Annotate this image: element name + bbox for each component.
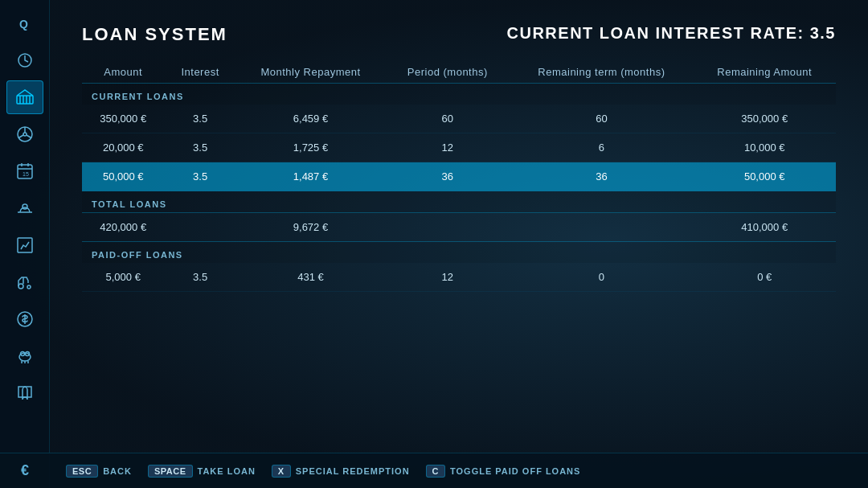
sidebar-item-calendar[interactable]: 15	[6, 154, 43, 188]
table-header-row: Amount Interest Monthly Repayment Period…	[82, 61, 836, 84]
btn-back[interactable]: ESC BACK	[66, 465, 132, 478]
col-remaining-amount: Remaining Amount	[693, 61, 836, 84]
interest-rate: CURRENT LOAN INTEREST RATE: 3.5	[507, 24, 836, 43]
key-x: X	[272, 465, 291, 478]
table-row[interactable]: 50,000 €3.51,487 €363650,000 €	[82, 162, 836, 191]
sidebar-item-bank[interactable]	[6, 80, 43, 114]
svg-text:Q: Q	[19, 18, 28, 31]
label-take-loan: TAKE LOAN	[198, 466, 256, 476]
col-amount: Amount	[82, 61, 164, 84]
euro-badge: €	[0, 453, 50, 488]
col-monthly: Monthly Repayment	[236, 61, 385, 84]
section-header: CURRENT LOANS	[82, 84, 836, 105]
key-esc: ESC	[66, 465, 98, 478]
btn-toggle-paid-off[interactable]: C TOGGLE PAID OFF LOANS	[426, 465, 581, 478]
table-row[interactable]: 5,000 €3.5431 €1200 €	[82, 263, 836, 292]
main-content: LOAN SYSTEM CURRENT LOAN INTEREST RATE: …	[50, 0, 868, 488]
header: LOAN SYSTEM CURRENT LOAN INTEREST RATE: …	[82, 24, 836, 45]
section-header: PAID-OFF LOANS	[82, 242, 836, 264]
svg-text:15: 15	[23, 171, 29, 177]
key-c: C	[426, 465, 445, 478]
sidebar: Q 15	[0, 0, 50, 488]
sidebar-item-dollar[interactable]	[6, 302, 43, 336]
sidebar-item-cow[interactable]	[6, 339, 43, 373]
sidebar-item-tractor[interactable]	[6, 265, 43, 299]
sidebar-item-chart[interactable]	[6, 228, 43, 262]
sidebar-item-weather[interactable]	[6, 191, 43, 225]
col-remaining-term: Remaining term (months)	[510, 61, 693, 84]
sidebar-item-q[interactable]: Q	[6, 6, 43, 40]
col-period: Period (months)	[385, 61, 510, 84]
section-header: TOTAL LOANS	[82, 191, 836, 213]
btn-take-loan[interactable]: SPACE TAKE LOAN	[148, 465, 256, 478]
euro-symbol: €	[21, 462, 29, 479]
svg-point-8	[23, 133, 27, 136]
sidebar-item-clock[interactable]	[6, 43, 43, 77]
label-toggle-paid-off: TOGGLE PAID OFF LOANS	[450, 466, 580, 476]
page-title: LOAN SYSTEM	[82, 24, 227, 45]
label-special-redemption: SPECIAL REDEMPTION	[296, 466, 410, 476]
sidebar-item-steering[interactable]	[6, 117, 43, 151]
svg-rect-18	[18, 238, 32, 252]
bottom-bar: ESC BACK SPACE TAKE LOAN X SPECIAL REDEM…	[50, 453, 868, 488]
key-space: SPACE	[148, 465, 193, 478]
total-row: 420,000 €9,672 €410,000 €	[82, 213, 836, 242]
label-back: BACK	[103, 466, 132, 476]
svg-line-11	[27, 135, 31, 138]
table-row[interactable]: 20,000 €3.51,725 €12610,000 €	[82, 133, 836, 162]
svg-line-10	[18, 135, 23, 138]
svg-point-20	[27, 285, 31, 289]
table-row[interactable]: 350,000 €3.56,459 €6060350,000 €	[82, 105, 836, 133]
col-interest: Interest	[164, 61, 235, 84]
btn-special-redemption[interactable]: X SPECIAL REDEMPTION	[272, 465, 410, 478]
svg-point-19	[18, 284, 23, 289]
loan-table: Amount Interest Monthly Repayment Period…	[82, 61, 836, 292]
sidebar-item-book[interactable]	[6, 376, 43, 410]
svg-rect-2	[17, 96, 33, 104]
